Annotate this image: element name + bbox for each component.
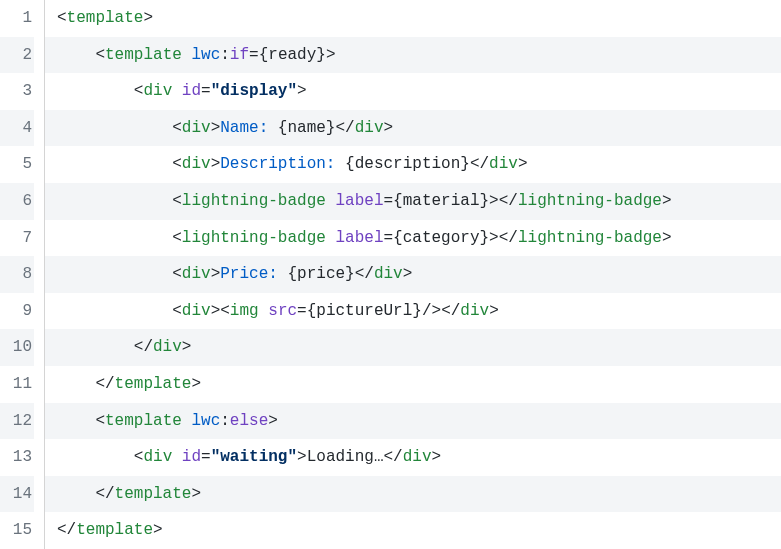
line-number: 15 bbox=[0, 512, 34, 549]
code-line[interactable]: <template lwc:else> bbox=[45, 403, 781, 440]
token-an: else bbox=[230, 412, 268, 430]
token-p: </ bbox=[441, 302, 460, 320]
token-txp bbox=[172, 82, 182, 100]
code-line[interactable]: <div>Name: {name}</div> bbox=[45, 110, 781, 147]
token-p: </ bbox=[134, 338, 153, 356]
token-av: {category} bbox=[393, 229, 489, 247]
token-an: id bbox=[182, 448, 201, 466]
token-p: </ bbox=[355, 265, 374, 283]
token-tg: div bbox=[153, 338, 182, 356]
token-p: > bbox=[211, 265, 221, 283]
token-nm: lwc bbox=[191, 412, 220, 430]
token-p: > bbox=[297, 82, 307, 100]
code-line[interactable]: <lightning-badge label={material}></ligh… bbox=[45, 183, 781, 220]
token-p: < bbox=[220, 302, 230, 320]
token-op: = bbox=[201, 82, 211, 100]
token-p: < bbox=[172, 229, 182, 247]
token-p: < bbox=[172, 265, 182, 283]
token-an: id bbox=[182, 82, 201, 100]
token-tg: div bbox=[182, 302, 211, 320]
code-line[interactable]: <div id="waiting">Loading…</div> bbox=[45, 439, 781, 476]
token-tg: div bbox=[489, 155, 518, 173]
line-number: 6 bbox=[0, 183, 34, 220]
token-op: = bbox=[383, 229, 393, 247]
code-line[interactable]: <lightning-badge label={category}></ligh… bbox=[45, 220, 781, 257]
token-tg: template bbox=[115, 375, 192, 393]
token-p: > bbox=[432, 448, 442, 466]
token-p: > bbox=[518, 155, 528, 173]
token-p: </ bbox=[470, 155, 489, 173]
code-line[interactable]: <div>Price: {price}</div> bbox=[45, 256, 781, 293]
token-p: > bbox=[211, 119, 221, 137]
token-tg: div bbox=[355, 119, 384, 137]
token-tg: template bbox=[115, 485, 192, 503]
code-line[interactable]: <template lwc:if={ready}> bbox=[45, 37, 781, 74]
token-p: > bbox=[191, 375, 201, 393]
token-p: > bbox=[383, 119, 393, 137]
token-p: ></ bbox=[489, 192, 518, 210]
code-line[interactable]: <div><img src={pictureUrl}/></div> bbox=[45, 293, 781, 330]
token-tg: div bbox=[182, 265, 211, 283]
code-line[interactable]: <div>Description: {description}</div> bbox=[45, 146, 781, 183]
token-tg: template bbox=[105, 46, 182, 64]
code-line[interactable]: </template> bbox=[45, 512, 781, 549]
token-p: > bbox=[326, 46, 336, 64]
line-number: 13 bbox=[0, 439, 34, 476]
token-p: </ bbox=[95, 485, 114, 503]
token-op: = bbox=[383, 192, 393, 210]
token-p: > bbox=[489, 302, 499, 320]
token-an: if bbox=[230, 46, 249, 64]
code-line[interactable]: </template> bbox=[45, 366, 781, 403]
token-p: > bbox=[268, 412, 278, 430]
line-number: 1 bbox=[0, 0, 34, 37]
token-txp bbox=[182, 412, 192, 430]
line-number: 2 bbox=[0, 37, 34, 74]
token-av: {description} bbox=[345, 155, 470, 173]
token-av: {name} bbox=[278, 119, 336, 137]
token-tg: div bbox=[143, 82, 172, 100]
token-p: < bbox=[57, 9, 67, 27]
code-area[interactable]: <template> <template lwc:if={ready}> <di… bbox=[45, 0, 781, 549]
token-p: </ bbox=[95, 375, 114, 393]
token-txp bbox=[259, 302, 269, 320]
code-line[interactable]: <template> bbox=[45, 0, 781, 37]
line-number: 9 bbox=[0, 293, 34, 330]
token-an: src bbox=[268, 302, 297, 320]
token-txp bbox=[182, 46, 192, 64]
code-line[interactable]: </template> bbox=[45, 476, 781, 513]
token-av: {pictureUrl} bbox=[307, 302, 422, 320]
token-tg: div bbox=[182, 119, 211, 137]
token-p: > bbox=[297, 448, 307, 466]
token-p: < bbox=[95, 46, 105, 64]
token-av: {material} bbox=[393, 192, 489, 210]
token-p: > bbox=[182, 338, 192, 356]
code-line[interactable]: </div> bbox=[45, 329, 781, 366]
token-tg: div bbox=[182, 155, 211, 173]
token-tg: div bbox=[403, 448, 432, 466]
token-tg: lightning-badge bbox=[518, 192, 662, 210]
line-number: 12 bbox=[0, 403, 34, 440]
token-av: {ready} bbox=[259, 46, 326, 64]
token-p: > bbox=[143, 9, 153, 27]
line-number: 3 bbox=[0, 73, 34, 110]
token-op: = bbox=[201, 448, 211, 466]
line-number: 8 bbox=[0, 256, 34, 293]
token-tg: template bbox=[105, 412, 182, 430]
token-str: "display" bbox=[211, 82, 297, 100]
code-line[interactable]: <div id="display"> bbox=[45, 73, 781, 110]
token-p: > bbox=[662, 192, 672, 210]
token-p: : bbox=[220, 46, 230, 64]
token-p: </ bbox=[57, 521, 76, 539]
token-nm: lwc bbox=[191, 46, 220, 64]
token-an: label bbox=[335, 229, 383, 247]
line-number: 4 bbox=[0, 110, 34, 147]
token-tg: template bbox=[76, 521, 153, 539]
token-p: > bbox=[191, 485, 201, 503]
line-number: 14 bbox=[0, 476, 34, 513]
token-tg: lightning-badge bbox=[518, 229, 662, 247]
token-tg: div bbox=[460, 302, 489, 320]
token-p: < bbox=[172, 155, 182, 173]
token-p: < bbox=[172, 119, 182, 137]
token-tg: lightning-badge bbox=[182, 192, 326, 210]
token-tg: lightning-badge bbox=[182, 229, 326, 247]
